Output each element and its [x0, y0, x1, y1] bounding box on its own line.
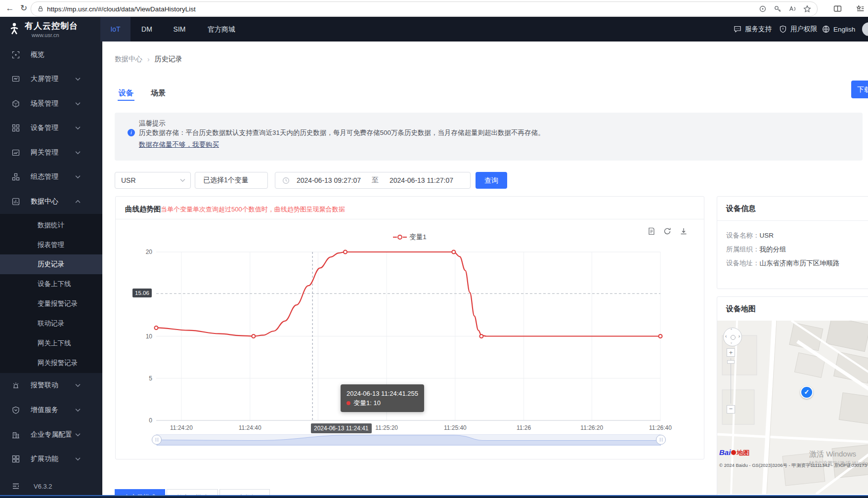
- sidebar-item[interactable]: 网关管理: [0, 142, 102, 163]
- sidebar-subitem[interactable]: 历史记录: [0, 254, 102, 274]
- sidebar-subitem[interactable]: 报表管理: [0, 235, 102, 255]
- password-key-icon[interactable]: [774, 5, 781, 13]
- y-axis-tick-label: 0: [132, 417, 152, 424]
- map-pan-control[interactable]: ‹ › ˆ ˇ: [723, 328, 742, 346]
- sidebar-subitem[interactable]: 变量报警记录: [0, 294, 102, 314]
- sidebar-item[interactable]: 概览: [0, 44, 102, 65]
- split-screen-icon[interactable]: [833, 4, 842, 13]
- nav-tab-sim[interactable]: SIM: [163, 17, 196, 42]
- datazoom-right-handle[interactable]: [656, 435, 666, 445]
- collapse-sidebar-icon[interactable]: [12, 482, 20, 490]
- favorite-star-icon[interactable]: [803, 5, 811, 13]
- map-zoom-handle[interactable]: [727, 360, 735, 364]
- sidebar-subitem[interactable]: 网关上下线: [0, 333, 102, 353]
- service-support[interactable]: 服务支持: [734, 17, 772, 42]
- sidebar-subitem-label: 设备上下线: [38, 280, 71, 289]
- windows-watermark-line1: 激活 Windows: [809, 450, 856, 459]
- sidebar-item[interactable]: 报警联动: [0, 375, 102, 396]
- user-permission[interactable]: 用户权限: [779, 17, 817, 42]
- sidebar-item-label: 企业专属配置: [31, 430, 72, 439]
- sidebar-item-label: 设备管理: [31, 124, 58, 132]
- sidebar-item-label: 报警联动: [31, 381, 58, 390]
- legend-label: 变量1: [409, 233, 427, 242]
- device-name-label: 设备名称：: [726, 232, 760, 239]
- tab-scene[interactable]: 场景: [151, 88, 166, 98]
- url-text[interactable]: https://mp.usr.cn/#/cloud/data/ViewDataH…: [47, 5, 196, 13]
- device-org-value: 我的分组: [760, 246, 786, 253]
- datazoom-slider[interactable]: [156, 434, 660, 445]
- sidebar-item[interactable]: 大屏管理: [0, 69, 102, 89]
- map-zoom-track[interactable]: [731, 358, 731, 404]
- send-to-device-icon[interactable]: [759, 5, 767, 13]
- data-point[interactable]: [344, 250, 347, 254]
- sidebar-item[interactable]: 数据中心: [0, 191, 102, 212]
- sidebar-item[interactable]: 设备管理: [0, 118, 102, 138]
- sidebar-subitem[interactable]: 联动记录: [0, 314, 102, 333]
- browser-address-bar[interactable]: https://mp.usr.cn/#/cloud/data/ViewDataH…: [31, 1, 818, 16]
- sidebar-item-label: 场景管理: [31, 99, 58, 108]
- chevron-down-icon: [75, 126, 81, 130]
- nav-tab-dm[interactable]: DM: [130, 17, 163, 42]
- variable-select[interactable]: 已选择1个变量: [195, 172, 268, 189]
- device-org-label: 所属组织：: [726, 246, 760, 253]
- browser-back-icon[interactable]: ←: [3, 0, 17, 17]
- sidebar-subitem[interactable]: 设备上下线: [0, 274, 102, 294]
- taskbar-edge: [0, 495, 868, 498]
- overview-icon: [12, 51, 20, 59]
- x-axis-tick-label: 11:25:20: [375, 424, 398, 431]
- data-view-icon[interactable]: [648, 227, 655, 235]
- chart-legend[interactable]: 变量1: [115, 233, 704, 242]
- nav-tab-官方商城[interactable]: 官方商城: [196, 17, 247, 42]
- map-pan-left-icon[interactable]: ‹: [725, 333, 727, 339]
- sidebar-item[interactable]: 企业专属配置: [0, 424, 102, 445]
- download-icon[interactable]: [680, 227, 688, 235]
- device-select[interactable]: USR: [115, 172, 191, 189]
- sidebar-subitem-label: 网关报警记录: [38, 359, 78, 368]
- favorites-bar-icon[interactable]: [856, 4, 865, 13]
- data-point[interactable]: [452, 250, 455, 254]
- map-pan-down-icon[interactable]: ˇ: [731, 342, 732, 347]
- sidebar-item[interactable]: 增值服务: [0, 400, 102, 420]
- alarm-icon: [12, 381, 20, 389]
- chevron-down-icon: [75, 457, 81, 461]
- time-end[interactable]: 2024-06-13 11:27:07: [390, 176, 453, 184]
- sidebar-item[interactable]: 场景管理: [0, 93, 102, 114]
- data-point[interactable]: [155, 326, 158, 330]
- map-zoom-in-button[interactable]: +: [727, 348, 735, 357]
- device-name-value: USR: [760, 232, 774, 239]
- query-button[interactable]: 查询: [476, 172, 507, 189]
- breadcrumb-parent[interactable]: 数据中心: [115, 55, 142, 64]
- extension-icon: [12, 455, 20, 463]
- sidebar-item-label: 数据中心: [31, 197, 58, 206]
- map-zoom-out-button[interactable]: −: [727, 405, 735, 414]
- browser-refresh-icon[interactable]: ↻: [17, 0, 31, 17]
- map-pan-right-icon[interactable]: ›: [738, 333, 740, 339]
- data-point[interactable]: [252, 334, 255, 338]
- data-point[interactable]: [659, 334, 662, 338]
- buy-storage-link[interactable]: 数据存储量不够，我要购买: [139, 140, 219, 149]
- map-pan-up-icon[interactable]: ˆ: [731, 328, 732, 333]
- baidu-map[interactable]: ‹ › ˆ ˇ + − ✓ 激活 Windows 转到“设置”以激活 Windo…: [717, 321, 868, 494]
- device-map-title: 设备地图: [726, 304, 756, 314]
- sidebar-subitem[interactable]: 网关报警记录: [0, 353, 102, 373]
- date-range-picker[interactable]: 2024-06-13 09:27:07 至 2024-06-13 11:27:0…: [275, 172, 471, 189]
- time-start[interactable]: 2024-06-13 09:27:07: [297, 176, 361, 184]
- sidebar-item-label: 大屏管理: [31, 75, 58, 83]
- tab-device[interactable]: 设备: [119, 88, 133, 98]
- series-line[interactable]: [156, 252, 660, 336]
- language-switch[interactable]: English: [822, 17, 855, 42]
- nav-tab-iot[interactable]: IoT: [100, 17, 130, 42]
- datazoom-left-handle[interactable]: [152, 435, 162, 445]
- line-chart[interactable]: 20105011:24:2011:24:4011:25:2011:25:4011…: [156, 247, 660, 446]
- device-address-row: 设备地址：山东省济南市历下区坤顺路: [726, 259, 840, 268]
- device-select-value: USR: [121, 176, 136, 184]
- read-aloud-icon[interactable]: [788, 5, 796, 13]
- sidebar-item[interactable]: 组态管理: [0, 166, 102, 187]
- sidebar-subitem[interactable]: 数据统计: [0, 215, 102, 235]
- download-button[interactable]: 下载: [851, 81, 868, 98]
- refresh-icon[interactable]: [663, 227, 671, 235]
- logo[interactable]: 有人云控制台 www.usr.cn: [0, 17, 102, 42]
- sidebar-item[interactable]: 扩展功能: [0, 449, 102, 469]
- data-point[interactable]: [479, 334, 483, 338]
- map-device-marker[interactable]: ✓: [800, 386, 813, 399]
